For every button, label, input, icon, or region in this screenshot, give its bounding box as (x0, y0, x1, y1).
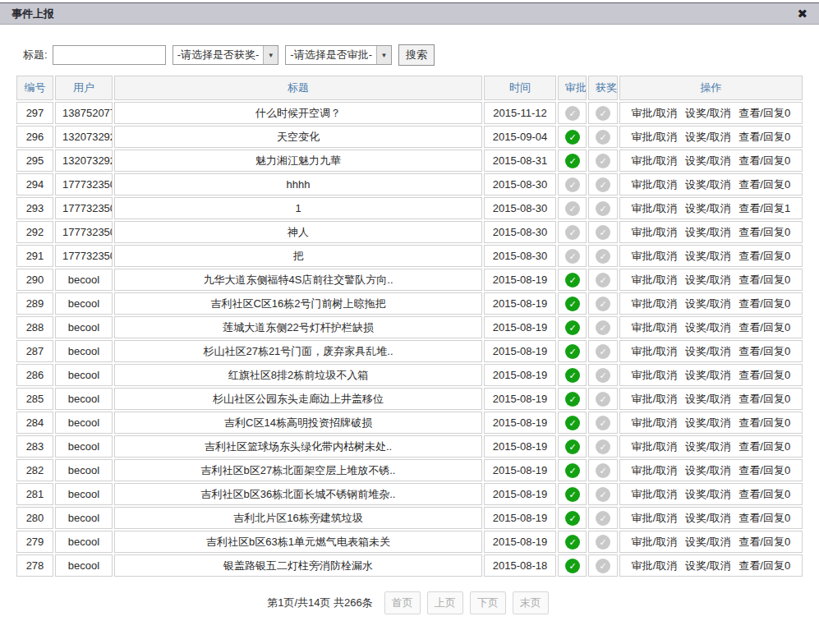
approve-cancel-action[interactable]: 审批/取消 (632, 321, 678, 334)
title-cell: 九华大道东侧福特4S店前往交警队方向.. (114, 269, 482, 291)
award-cancel-action[interactable]: 设奖/取消 (685, 202, 731, 214)
award-cancel-action[interactable]: 设奖/取消 (685, 536, 731, 548)
approve-cancel-action[interactable]: 审批/取消 (632, 536, 678, 548)
user-cell: becool (55, 531, 113, 553)
view-reply-action[interactable]: 查看/回复0 (738, 369, 790, 381)
view-reply-action[interactable]: 查看/回复0 (738, 226, 790, 238)
award-cancel-action[interactable]: 设奖/取消 (685, 250, 731, 262)
prev-page-button[interactable]: 上页 (427, 591, 463, 614)
event-report-dialog: 事件上报 ✖ 标题: -请选择是否获奖- ▼ -请选择是否审批- ▼ 搜索 编号… (0, 2, 819, 614)
pagination-info: 第1页/共14页 共266条 (267, 596, 373, 610)
award-cancel-action[interactable]: 设奖/取消 (685, 321, 731, 334)
approve-cancel-action[interactable]: 审批/取消 (632, 416, 678, 429)
view-reply-action[interactable]: 查看/回复0 (738, 345, 790, 357)
title-cell: 吉利社区b区36栋北面长城不锈钢前堆杂.. (114, 483, 482, 505)
user-cell: becool (55, 269, 113, 291)
award-cancel-action[interactable]: 设奖/取消 (685, 297, 731, 310)
award-cancel-action[interactable]: 设奖/取消 (685, 154, 731, 167)
table-row: 285 becool 杉山社区公园东头走廊边上井盖移位 2015-08-19 ✓… (16, 388, 803, 410)
award-cancel-action[interactable]: 设奖/取消 (685, 178, 731, 191)
title-filter-input[interactable] (53, 45, 166, 65)
view-reply-action[interactable]: 查看/回复0 (738, 250, 790, 262)
view-reply-action[interactable]: 查看/回复0 (738, 559, 790, 572)
award-status-check-icon: ✓ (596, 535, 610, 550)
col-header-award: 获奖 (588, 76, 618, 100)
view-reply-action[interactable]: 查看/回复0 (738, 297, 790, 310)
view-reply-action[interactable]: 查看/回复0 (738, 393, 790, 405)
view-reply-action[interactable]: 查看/回复0 (738, 488, 790, 500)
approve-status-check-icon: ✓ (565, 344, 580, 359)
last-page-button[interactable]: 末页 (513, 591, 549, 614)
award-cancel-action[interactable]: 设奖/取消 (685, 440, 731, 453)
view-reply-action[interactable]: 查看/回复0 (738, 464, 790, 476)
table-row: 288 becool 莲城大道东侧22号灯杆护栏缺损 2015-08-19 ✓ … (16, 316, 803, 338)
approve-cancel-action[interactable]: 审批/取消 (632, 464, 678, 476)
approve-status-check-icon: ✓ (565, 535, 580, 550)
view-reply-action[interactable]: 查看/回复0 (738, 154, 790, 167)
event-id-cell: 296 (16, 126, 53, 148)
approve-filter-select[interactable]: -请选择是否审批- ▼ (285, 45, 392, 65)
award-cancel-action[interactable]: 设奖/取消 (685, 369, 731, 381)
view-reply-action[interactable]: 查看/回复0 (738, 321, 790, 334)
award-status-check-icon: ✓ (596, 249, 610, 264)
view-reply-action[interactable]: 查看/回复0 (738, 512, 790, 524)
dialog-titlebar: 事件上报 ✖ (0, 2, 819, 25)
award-status-check-icon: ✓ (596, 559, 610, 573)
approve-cancel-action[interactable]: 审批/取消 (632, 154, 678, 167)
award-cancel-action[interactable]: 设奖/取消 (685, 464, 731, 476)
approve-cancel-action[interactable]: 审批/取消 (632, 393, 678, 405)
search-button[interactable]: 搜索 (398, 44, 435, 66)
award-cancel-action[interactable]: 设奖/取消 (685, 512, 731, 524)
approve-cancel-action[interactable]: 审批/取消 (632, 226, 678, 238)
view-reply-action[interactable]: 查看/回复0 (738, 107, 790, 119)
user-cell: becool (55, 292, 113, 315)
view-reply-action[interactable]: 查看/回复0 (738, 178, 790, 191)
view-reply-action[interactable]: 查看/回复0 (738, 416, 790, 429)
approve-cancel-action[interactable]: 审批/取消 (632, 488, 678, 500)
approve-cancel-action[interactable]: 审批/取消 (632, 250, 678, 262)
next-page-button[interactable]: 下页 (470, 591, 506, 614)
view-reply-action[interactable]: 查看/回复0 (738, 131, 790, 143)
award-cancel-action[interactable]: 设奖/取消 (685, 488, 731, 500)
award-cancel-action[interactable]: 设奖/取消 (685, 274, 731, 286)
date-cell: 2015-08-19 (484, 483, 556, 505)
approve-status-check-icon: ✓ (565, 368, 580, 383)
approve-cancel-action[interactable]: 审批/取消 (632, 559, 678, 572)
award-filter-select[interactable]: -请选择是否获奖- ▼ (173, 45, 279, 65)
first-page-button[interactable]: 首页 (384, 591, 421, 614)
award-cancel-action[interactable]: 设奖/取消 (685, 559, 731, 572)
award-cancel-action[interactable]: 设奖/取消 (685, 345, 731, 357)
approve-cancel-action[interactable]: 审批/取消 (632, 274, 678, 286)
approve-cancel-action[interactable]: 审批/取消 (632, 107, 678, 119)
award-status-check-icon: ✓ (596, 320, 610, 335)
approve-cancel-action[interactable]: 审批/取消 (632, 440, 678, 453)
award-status-check-icon: ✓ (596, 487, 610, 502)
view-reply-action[interactable]: 查看/回复0 (738, 536, 790, 548)
table-row: 280 becool 吉利北片区16栋旁建筑垃圾 2015-08-19 ✓ ✓ … (16, 507, 803, 529)
event-id-cell: 297 (16, 102, 53, 124)
award-cancel-action[interactable]: 设奖/取消 (685, 131, 731, 143)
award-cancel-action[interactable]: 设奖/取消 (685, 393, 731, 405)
table-header-row: 编号 用户 标题 时间 审批 获奖 操作 (16, 76, 803, 100)
table-row: 295 13207329280 魅力湘江魅力九華 2015-08-31 ✓ ✓ … (16, 150, 803, 172)
approve-cancel-action[interactable]: 审批/取消 (632, 297, 678, 310)
approve-cancel-action[interactable]: 审批/取消 (632, 178, 678, 191)
approve-cancel-action[interactable]: 审批/取消 (632, 131, 678, 143)
approve-cancel-action[interactable]: 审批/取消 (632, 512, 678, 524)
award-cancel-action[interactable]: 设奖/取消 (685, 226, 731, 238)
close-icon[interactable]: ✖ (797, 7, 807, 20)
user-cell: becool (55, 316, 113, 338)
view-reply-action[interactable]: 查看/回复0 (738, 440, 790, 453)
table-row: 279 becool 吉利社区b区63栋1单元燃气电表箱未关 2015-08-1… (16, 531, 803, 553)
approve-cancel-action[interactable]: 审批/取消 (632, 345, 678, 357)
award-cancel-action[interactable]: 设奖/取消 (685, 416, 731, 429)
award-cancel-action[interactable]: 设奖/取消 (685, 107, 731, 119)
approve-cancel-action[interactable]: 审批/取消 (632, 369, 678, 381)
view-reply-action[interactable]: 查看/回复1 (738, 202, 790, 214)
chevron-down-icon: ▼ (376, 46, 391, 64)
approve-cancel-action[interactable]: 审批/取消 (632, 202, 678, 214)
user-cell: 17773235080 (55, 221, 113, 243)
award-status-check-icon: ✓ (596, 344, 610, 359)
view-reply-action[interactable]: 查看/回复0 (738, 274, 790, 286)
award-status-check-icon: ✓ (596, 439, 610, 454)
